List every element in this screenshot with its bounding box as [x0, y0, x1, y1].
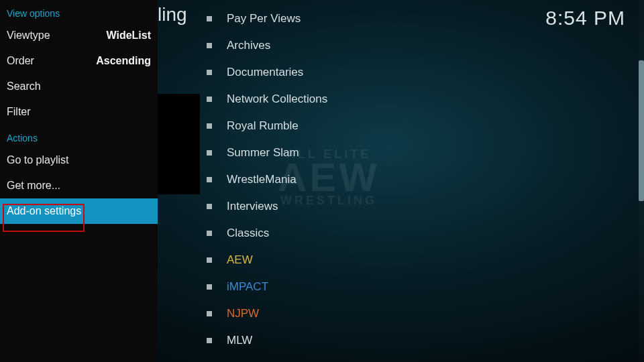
- bullet-icon: [207, 231, 212, 236]
- search-row[interactable]: Search: [0, 74, 158, 99]
- list-item-label: Summer Slam: [227, 146, 299, 160]
- list-item[interactable]: Classics: [200, 220, 629, 247]
- list-item[interactable]: PPW: [200, 354, 629, 362]
- addon-settings-label: Add-on settings: [7, 205, 81, 217]
- bullet-icon: [207, 204, 212, 209]
- actions-header: Actions: [0, 125, 158, 147]
- order-value: Ascending: [96, 55, 151, 67]
- viewtype-value: WideList: [106, 29, 151, 42]
- list-item-label: Documentaries: [227, 66, 303, 79]
- list-item[interactable]: Archives: [200, 32, 629, 59]
- search-label: Search: [7, 80, 41, 93]
- list-item-label: AEW: [227, 253, 253, 267]
- bullet-icon: [207, 311, 212, 316]
- bullet-icon: [207, 97, 212, 102]
- bullet-icon: [207, 257, 212, 263]
- list-item[interactable]: Royal Rumble: [200, 113, 629, 139]
- bullet-icon: [207, 123, 212, 129]
- list-item[interactable]: MLW: [200, 327, 629, 354]
- bullet-icon: [207, 177, 212, 182]
- list-item-label: NJPW: [227, 307, 259, 320]
- list-item-label: Pay Per Views: [227, 12, 301, 25]
- bullet-icon: [207, 43, 212, 48]
- list-item[interactable]: Summer Slam: [200, 139, 629, 166]
- bullet-icon: [207, 70, 212, 75]
- list-item-label: Royal Rumble: [227, 119, 299, 133]
- list-item-label: iMPACT: [227, 280, 268, 294]
- order-row[interactable]: Order Ascending: [0, 48, 158, 74]
- list-item-label: Interviews: [227, 200, 278, 213]
- list-item[interactable]: WrestleMania: [200, 166, 629, 193]
- list-item[interactable]: Interviews: [200, 193, 629, 220]
- go-to-playlist-row[interactable]: Go to playlist: [0, 147, 158, 173]
- filter-row[interactable]: Filter: [0, 99, 158, 125]
- list-item-label: Classics: [227, 227, 269, 240]
- list-item[interactable]: Network Collections: [200, 86, 629, 113]
- filter-label: Filter: [7, 106, 31, 118]
- bullet-icon: [207, 16, 212, 21]
- list-item-label: WrestleMania: [227, 173, 297, 186]
- go-to-playlist-label: Go to playlist: [7, 154, 68, 166]
- page-title-fragment: ling: [158, 4, 187, 25]
- thumbnail-placeholder: [158, 94, 200, 194]
- viewtype-row[interactable]: Viewtype WideList: [0, 23, 158, 48]
- list-item-label: MLW: [227, 334, 252, 347]
- get-more-row[interactable]: Get more...: [0, 173, 158, 198]
- list-item[interactable]: Pay Per Views: [200, 5, 629, 32]
- list-item[interactable]: Documentaries: [200, 59, 629, 86]
- options-sidebar: View options Viewtype WideList Order Asc…: [0, 0, 158, 362]
- get-more-label: Get more...: [7, 180, 60, 192]
- scrollbar-thumb[interactable]: [639, 60, 644, 201]
- list-item-label: Archives: [227, 39, 270, 52]
- bullet-icon: [207, 338, 212, 343]
- order-label: Order: [7, 55, 34, 67]
- content-list: Pay Per ViewsArchivesDocumentariesNetwor…: [200, 0, 629, 362]
- view-options-header: View options: [0, 0, 158, 23]
- viewtype-label: Viewtype: [7, 29, 50, 42]
- addon-settings-row[interactable]: Add-on settings: [0, 198, 158, 224]
- list-item[interactable]: NJPW: [200, 300, 629, 327]
- list-item[interactable]: AEW: [200, 247, 629, 274]
- scrollbar-track[interactable]: [639, 0, 644, 362]
- list-item[interactable]: iMPACT: [200, 274, 629, 300]
- bullet-icon: [207, 284, 212, 290]
- list-item-label: Network Collections: [227, 93, 327, 106]
- bullet-icon: [207, 150, 212, 156]
